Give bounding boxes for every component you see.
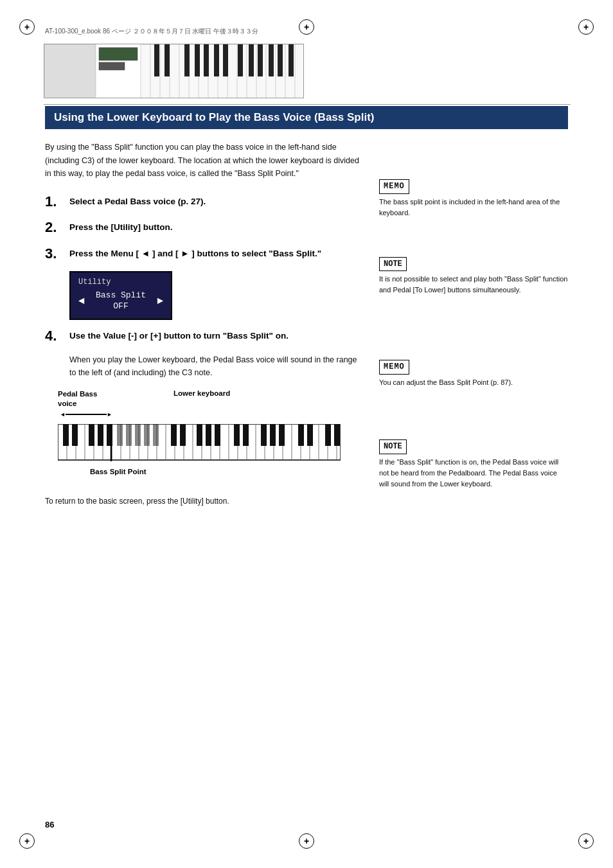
utility-value-line2: OFF (96, 301, 146, 312)
svg-rect-32 (289, 44, 294, 76)
section-title: Using the Lower Keyboard to Play the Bas… (45, 106, 568, 129)
keyboard-keys-container: Bass Split Point (58, 424, 341, 463)
step-3-number: 3. (45, 245, 64, 262)
reg-mark-top-right (578, 19, 594, 35)
svg-rect-29 (258, 44, 263, 76)
bass-split-point-label: Bass Split Point (90, 468, 147, 475)
note-box-2: NOTE If the "Bass Split" function is on,… (379, 439, 568, 490)
svg-rect-87 (325, 424, 331, 446)
svg-rect-78 (206, 424, 211, 446)
note-box-1: NOTE It is not possible to select and pl… (379, 257, 568, 296)
top-divider (44, 104, 571, 105)
note-2-title: NOTE (379, 439, 407, 454)
svg-rect-76 (180, 424, 186, 446)
svg-rect-30 (269, 44, 274, 76)
memo-box-1: MEMO The bass split point is included in… (379, 179, 568, 218)
svg-rect-31 (278, 44, 283, 76)
svg-rect-24 (204, 44, 209, 76)
svg-rect-28 (249, 44, 254, 76)
step-4: 4. Use the Value [-] or [+] button to tu… (45, 328, 360, 344)
lower-keyboard-label: Lower keyboard (173, 389, 230, 397)
svg-rect-84 (279, 424, 285, 446)
svg-rect-81 (243, 424, 249, 446)
svg-rect-82 (261, 424, 267, 446)
header-info: AT-100-300_e.book 86 ページ ２００８年５月７日 水曜日 午… (45, 27, 258, 36)
utility-arrow-right[interactable]: ► (157, 296, 163, 307)
arrow-left-icon: ◄ (60, 411, 66, 418)
svg-rect-79 (215, 424, 220, 446)
memo-box-2: MEMO You can adjust the Bass Split Point… (379, 360, 568, 388)
step-2-number: 2. (45, 219, 64, 236)
reg-mark-bottom-right (578, 833, 594, 849)
svg-rect-0 (44, 44, 96, 98)
svg-rect-71 (126, 424, 132, 446)
step-4-description: When you play the Lower keyboard, the Pe… (69, 353, 360, 379)
reg-mark-bottom-left (19, 833, 35, 849)
svg-rect-21 (164, 44, 170, 76)
svg-rect-86 (307, 424, 313, 446)
arrow-line (66, 414, 107, 415)
reg-mark-bottom-mid (299, 833, 314, 849)
svg-rect-77 (197, 424, 202, 446)
svg-rect-65 (63, 424, 69, 446)
svg-rect-25 (214, 44, 219, 76)
svg-rect-26 (223, 44, 228, 76)
step-1-number: 1. (45, 193, 64, 210)
note-1-title: NOTE (379, 257, 407, 272)
return-instruction: To return to the basic screen, press the… (45, 497, 360, 506)
svg-rect-22 (184, 44, 190, 76)
keyboard-keys-svg (58, 424, 341, 461)
main-content: Using the Lower Keyboard to Play the Bas… (45, 106, 568, 506)
top-keyboard-svg (44, 44, 303, 98)
svg-rect-70 (117, 424, 123, 446)
svg-rect-72 (135, 424, 141, 446)
svg-rect-80 (234, 424, 240, 446)
svg-rect-2 (99, 62, 125, 70)
svg-rect-85 (298, 424, 304, 446)
svg-rect-83 (270, 424, 276, 446)
memo-1-text: The bass split point is included in the … (379, 197, 568, 218)
top-keyboard-image (44, 44, 304, 98)
page-number: 86 (45, 820, 54, 829)
left-column: By using the "Bass Split" function you c… (45, 141, 360, 506)
svg-rect-68 (98, 424, 103, 446)
utility-row: ◄ Bass Split OFF ► (78, 290, 163, 312)
right-column-sidebar: MEMO The bass split point is included in… (373, 141, 568, 506)
svg-rect-74 (153, 424, 159, 446)
utility-display-box: Utility ◄ Bass Split OFF ► (69, 271, 172, 320)
intro-paragraph: By using the "Bass Split" function you c… (45, 141, 360, 181)
memo-2-text: You can adjust the Bass Split Point (p. … (379, 377, 568, 388)
utility-title: Utility (78, 278, 163, 287)
step-2-text: Press the [Utility] button. (69, 219, 173, 234)
reg-mark-top-mid (299, 19, 314, 35)
note-2-text: If the "Bass Split" function is on, the … (379, 457, 568, 490)
step-1: 1. Select a Pedal Bass voice (p. 27). (45, 193, 360, 210)
note-1-text: It is not possible to select and play bo… (379, 274, 568, 296)
svg-rect-66 (72, 424, 78, 446)
svg-rect-23 (195, 44, 200, 76)
step-4-number: 4. (45, 328, 64, 344)
svg-rect-1 (99, 48, 138, 60)
svg-rect-27 (238, 44, 243, 76)
utility-value: Bass Split OFF (96, 290, 146, 312)
two-column-layout: By using the "Bass Split" function you c… (45, 141, 568, 506)
reg-mark-top-left (19, 19, 35, 35)
memo-1-title: MEMO (379, 179, 409, 194)
keyboard-diagram: Pedal Bass voice Lower keyboard ◄ ► (58, 389, 341, 463)
arrow-right-icon: ► (107, 411, 112, 418)
svg-rect-20 (154, 44, 159, 76)
step-2: 2. Press the [Utility] button. (45, 219, 360, 236)
step-1-text: Select a Pedal Bass voice (p. 27). (69, 193, 206, 208)
step-3: 3. Press the Menu [ ◄ ] and [ ► ] button… (45, 245, 360, 262)
step-3-text: Press the Menu [ ◄ ] and [ ► ] buttons t… (69, 245, 321, 260)
svg-rect-73 (144, 424, 150, 446)
svg-rect-67 (89, 424, 94, 446)
utility-value-line1: Bass Split (96, 290, 146, 301)
memo-2-title: MEMO (379, 360, 409, 375)
utility-arrow-left[interactable]: ◄ (78, 296, 85, 307)
pedal-arrow-indicator: ◄ ► (60, 411, 112, 418)
svg-rect-75 (171, 424, 177, 446)
svg-rect-88 (334, 424, 340, 446)
step-4-text: Use the Value [-] or [+] button to turn … (69, 328, 289, 342)
pedal-bass-label: Pedal Bass voice (58, 389, 97, 409)
